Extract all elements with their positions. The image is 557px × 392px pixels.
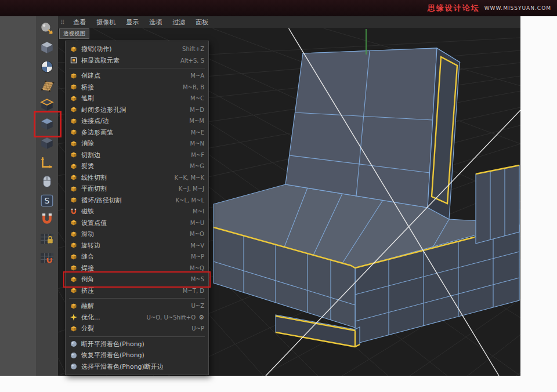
- screenshot-root: S ⠿ 查看摄像机显示选项过滤面板 透视视图 撤销(动作)Shift+Z框显选取…: [0, 0, 557, 392]
- tool-palette: S: [36, 16, 58, 376]
- cube-icon: [70, 163, 81, 170]
- sidebar-tool-model-mode[interactable]: [36, 38, 58, 57]
- menu-item-label: 撤销(动作): [81, 45, 178, 53]
- menu-item-1-6[interactable]: 消除M~N: [66, 138, 208, 150]
- menu-item-0-0[interactable]: 撤销(动作)Shift+Z: [66, 43, 208, 55]
- sidebar-tool-axis-tool[interactable]: [36, 153, 58, 172]
- menu-item-1-14[interactable]: 滑动M~O: [66, 228, 208, 240]
- edge-mode-icon: [39, 97, 55, 112]
- viewport-mouse-icon: [39, 174, 55, 189]
- menu-item-1-2[interactable]: 笔刷M~C: [66, 93, 208, 104]
- sidebar-tool-make-editable[interactable]: [36, 19, 58, 38]
- menubar-item-1[interactable]: 摄像机: [96, 18, 115, 27]
- menu-item-shortcut: K~K, M~K: [175, 175, 204, 181]
- menubar-grip-icon[interactable]: ⠿: [60, 19, 64, 26]
- menu-item-1-5[interactable]: 多边形画笔M~E: [66, 127, 208, 139]
- context-menu: 撤销(动作)Shift+Z框显选取元素Alt+S, S创建点M~A桥接M~B, …: [65, 41, 209, 375]
- cube-icon: [70, 264, 81, 271]
- gear-icon[interactable]: ⚙: [198, 314, 204, 321]
- menu-item-1-11[interactable]: 循环/路径切割K~L, M~L: [66, 195, 208, 206]
- object-mode-icon: [39, 136, 55, 151]
- menu-item-label: 设置点值: [81, 219, 186, 227]
- menu-item-label: 平面切割: [81, 184, 174, 193]
- menu-item-1-7[interactable]: 切割边M~F: [66, 150, 208, 161]
- menu-item-label: 熨烫: [81, 162, 185, 170]
- menu-item-shortcut: M~V: [190, 242, 204, 249]
- annotation-box-polygon-tool: [34, 111, 62, 137]
- menu-item-1-0[interactable]: 创建点M~A: [66, 70, 208, 82]
- sidebar-tool-viewport-mouse[interactable]: [36, 172, 58, 191]
- menu-separator: [69, 298, 205, 299]
- sphere-icon: [70, 340, 81, 347]
- menu-item-1-12[interactable]: 磁铁M~I: [66, 206, 208, 217]
- menu-item-label: 切割边: [81, 151, 186, 159]
- menu-item-label: 连接点/边: [81, 117, 185, 125]
- frame-icon: [70, 57, 81, 64]
- sidebar-tool-magnet-snap[interactable]: [36, 210, 58, 229]
- workplane-lock-icon: [39, 231, 55, 246]
- viewport-menubar: ⠿ 查看摄像机显示选项过滤面板: [58, 16, 520, 28]
- menu-item-1-4[interactable]: 连接点/边M~M: [66, 115, 208, 127]
- texture-mode-icon: [39, 59, 55, 74]
- menubar-item-5[interactable]: 面板: [196, 18, 208, 27]
- site-url: WWW.MISSYUAN.COM: [484, 5, 551, 11]
- menu-item-shortcut: M~I: [193, 208, 204, 215]
- menu-item-2-2[interactable]: 分裂U~P: [66, 323, 208, 335]
- menu-item-1-9[interactable]: 线性切割K~K, M~K: [66, 172, 208, 184]
- menu-item-1-18[interactable]: 倒角M~S: [66, 274, 208, 285]
- cube-icon: [70, 151, 81, 158]
- cube-icon: [70, 95, 81, 102]
- menubar-item-2[interactable]: 显示: [126, 18, 139, 27]
- menu-item-shortcut: M~U: [190, 220, 204, 226]
- menu-item-label: 消除: [81, 139, 186, 148]
- menu-item-label: 滑动: [81, 230, 185, 238]
- cube-icon: [70, 186, 81, 193]
- menu-item-shortcut: M~E: [191, 129, 204, 136]
- sidebar-tool-texture-mode[interactable]: [36, 57, 58, 76]
- menubar-item-3[interactable]: 选项: [149, 18, 162, 27]
- menu-item-1-8[interactable]: 熨烫M~G: [66, 161, 208, 172]
- magnet-snap-icon: [39, 212, 55, 227]
- menu-item-1-17[interactable]: 焊接M~Q: [66, 263, 208, 274]
- menu-item-label: 线性切割: [81, 173, 170, 182]
- sidebar-tool-workplane-lock[interactable]: [36, 229, 58, 248]
- menu-item-2-1[interactable]: 优化...U~O, U~Shift+O⚙: [66, 312, 208, 324]
- menu-item-label: 循环/路径切割: [81, 196, 171, 205]
- menu-item-shortcut: M~P: [191, 253, 204, 260]
- menu-item-1-10[interactable]: 平面切割K~J, M~J: [66, 183, 208, 195]
- cube-icon: [70, 84, 81, 90]
- sidebar-tool-snap-toggle[interactable]: S: [36, 191, 58, 210]
- menu-item-0-1[interactable]: 框显选取元素Alt+S, S: [66, 55, 208, 67]
- watermark-banner: 思缘设计论坛 WWW.MISSYUAN.COM: [0, 0, 557, 16]
- menu-item-1-16[interactable]: 缝合M~P: [66, 251, 208, 263]
- sidebar-tool-points-mode[interactable]: [36, 76, 58, 95]
- menu-item-label: 缝合: [81, 252, 186, 261]
- viewport-tab[interactable]: 透视视图: [59, 28, 89, 39]
- menu-item-3-2[interactable]: 选择平滑着色(Phong)断开边: [66, 361, 208, 373]
- menubar-item-4[interactable]: 过滤: [172, 18, 185, 27]
- menu-item-1-3[interactable]: 封闭多边形孔洞M~D: [66, 104, 208, 116]
- menu-item-shortcut: M~D: [190, 107, 204, 113]
- cube-icon: [70, 242, 81, 249]
- menubar-item-0[interactable]: 查看: [73, 18, 86, 27]
- model-mode-icon: [39, 40, 55, 55]
- menu-item-1-13[interactable]: 设置点值M~U: [66, 217, 208, 229]
- axis-tool-icon: [39, 155, 55, 170]
- menu-item-1-19[interactable]: 挤压M~T, D: [66, 285, 208, 297]
- menu-item-1-15[interactable]: 旋转边M~V: [66, 240, 208, 252]
- menu-item-3-1[interactable]: 恢复平滑着色(Phong): [66, 350, 208, 361]
- cube-icon: [70, 129, 81, 136]
- menu-item-shortcut: M~F: [191, 152, 204, 158]
- menu-item-1-1[interactable]: 桥接M~B, B: [66, 82, 208, 93]
- menu-item-3-0[interactable]: 断开平滑着色(Phong): [66, 339, 208, 350]
- menu-item-shortcut: M~B, B: [183, 84, 204, 90]
- menu-separator: [69, 336, 205, 337]
- cube-icon: [70, 287, 81, 294]
- cube-icon: [70, 72, 81, 79]
- sparkle-icon: [70, 314, 81, 321]
- menu-item-shortcut: K~J, M~J: [179, 186, 204, 192]
- snap-toggle-icon: S: [39, 193, 55, 208]
- sidebar-tool-workplane-snap[interactable]: [36, 248, 58, 267]
- menu-item-2-0[interactable]: 融解U~Z: [66, 300, 208, 312]
- workplane-snap-icon: [39, 251, 55, 266]
